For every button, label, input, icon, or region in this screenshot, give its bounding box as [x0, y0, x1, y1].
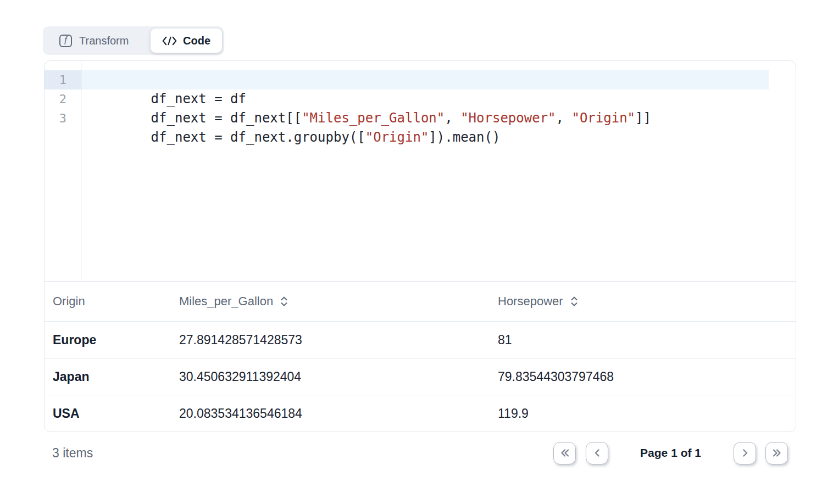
- code-token: df_next = df: [151, 91, 246, 107]
- row-label: Europe: [53, 333, 179, 348]
- next-page-button[interactable]: [734, 442, 756, 464]
- line-number: 1: [45, 70, 81, 89]
- code-token-string: "Miles_per_Gallon": [302, 110, 445, 126]
- column-header-origin: Origin: [53, 294, 179, 309]
- chevron-right-icon: [740, 448, 751, 458]
- tab-code[interactable]: Code: [151, 29, 222, 53]
- pagination: Page 1 of 1: [553, 442, 788, 464]
- main-panel: 1 2 3 df_next = df df_next = df_next[["M…: [44, 60, 796, 432]
- column-label: Miles_per_Gallon: [179, 294, 273, 309]
- column-label: Horsepower: [498, 294, 563, 309]
- code-token: df_next = df_next[[: [151, 110, 302, 126]
- column-header-horsepower[interactable]: Horsepower: [498, 294, 796, 309]
- table-row: Japan 30.450632911392404 79.835443037974…: [45, 358, 796, 395]
- view-tabbar: ƒ Transform Code: [43, 26, 224, 55]
- tab-code-label: Code: [183, 35, 210, 47]
- page-indicator: Page 1 of 1: [640, 446, 701, 460]
- table-row: Europe 27.891428571428573 81: [45, 321, 796, 358]
- code-token-string: "Origin": [365, 130, 429, 145]
- column-header-miles-per-gallon[interactable]: Miles_per_Gallon: [179, 294, 498, 309]
- first-page-button[interactable]: [553, 442, 576, 464]
- sort-updown-icon[interactable]: [570, 295, 578, 307]
- tab-transform[interactable]: ƒ Transform: [43, 35, 129, 47]
- previous-page-button[interactable]: [586, 442, 608, 464]
- line-number: 3: [45, 109, 81, 128]
- code-token: ]]: [635, 110, 651, 126]
- items-count: 3 items: [52, 446, 93, 461]
- code-line-1[interactable]: df_next = df: [81, 70, 769, 89]
- line-number-gutter: 1 2 3: [45, 61, 81, 281]
- cell-miles-per-gallon: 27.891428571428573: [179, 333, 498, 348]
- table-footer: 3 items Page 1 of 1: [44, 439, 796, 467]
- chevrons-right-icon: [771, 448, 782, 458]
- column-label: Origin: [53, 294, 85, 309]
- table-header-row: Origin Miles_per_Gallon Horsepower: [45, 281, 796, 321]
- code-content: df_next = df df_next = df_next[["Miles_p…: [81, 61, 796, 281]
- chevron-left-icon: [592, 448, 603, 458]
- code-token-string: "Origin": [571, 110, 635, 126]
- cell-horsepower: 119.9: [498, 406, 796, 421]
- code-icon: [162, 36, 177, 46]
- row-label: Japan: [53, 369, 179, 384]
- row-label: USA: [53, 406, 179, 421]
- code-token: ,: [556, 110, 572, 126]
- chevrons-left-icon: [559, 448, 570, 458]
- last-page-button[interactable]: [765, 442, 788, 464]
- table-row: USA 20.083534136546184 119.9: [45, 395, 796, 432]
- code-token: ,: [445, 110, 460, 126]
- cell-miles-per-gallon: 20.083534136546184: [179, 406, 498, 421]
- tab-transform-label: Transform: [79, 35, 129, 47]
- cell-miles-per-gallon: 30.450632911392404: [179, 369, 498, 384]
- function-icon: ƒ: [59, 35, 72, 47]
- cell-horsepower: 79.83544303797468: [498, 369, 796, 384]
- sort-updown-icon[interactable]: [280, 295, 288, 307]
- code-editor[interactable]: 1 2 3 df_next = df df_next = df_next[["M…: [45, 61, 796, 281]
- code-token: df_next = df_next.groupby([: [151, 130, 365, 145]
- cell-horsepower: 81: [498, 333, 796, 348]
- line-number: 2: [45, 89, 81, 109]
- code-token: ]).mean(): [429, 130, 500, 145]
- code-token-string: "Horsepower": [460, 110, 556, 126]
